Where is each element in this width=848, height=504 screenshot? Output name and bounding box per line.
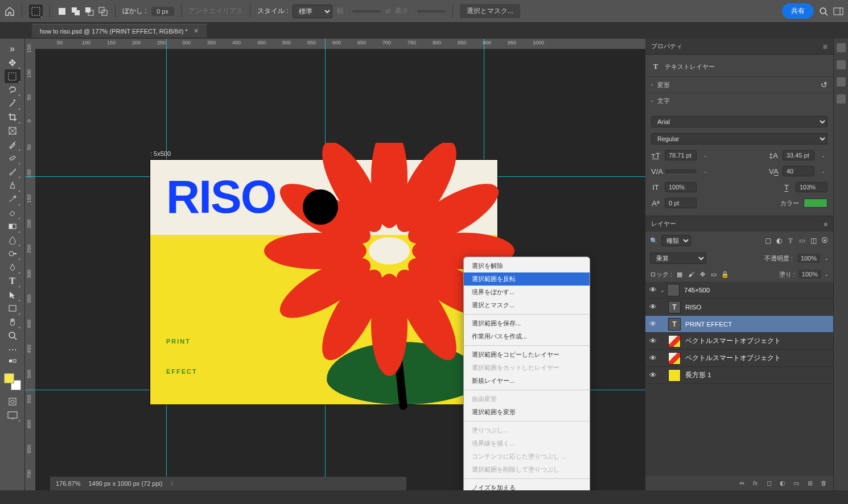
- layer-thumbnail[interactable]: [668, 335, 681, 348]
- filter-image-icon[interactable]: ▢: [764, 237, 772, 245]
- marquee-tool[interactable]: [5, 69, 20, 83]
- delete-layer-icon[interactable]: 🗑: [820, 479, 828, 487]
- select-and-mask-button[interactable]: 選択とマスク...: [460, 4, 520, 18]
- visibility-icon[interactable]: 👁: [645, 354, 660, 362]
- clone-stamp-tool[interactable]: [5, 179, 20, 192]
- context-menu-item[interactable]: 選択範囲をコピーしたレイヤー: [464, 348, 590, 361]
- document-tab[interactable]: how to riso.psd @ 177% (PRINT EFFECT, RG…: [32, 24, 207, 38]
- dodge-tool[interactable]: [5, 247, 20, 261]
- visibility-icon[interactable]: 👁: [645, 286, 660, 294]
- selection-subtract-icon[interactable]: [84, 6, 94, 16]
- filter-adjustment-icon[interactable]: ◐: [775, 237, 783, 245]
- lock-all-icon[interactable]: 🔒: [721, 270, 729, 278]
- feather-value[interactable]: 0 px: [151, 7, 174, 16]
- collapsed-panel-icon[interactable]: [837, 94, 846, 104]
- layer-thumbnail[interactable]: [668, 369, 681, 382]
- context-menu-item[interactable]: 選択を解除: [464, 259, 590, 272]
- artboard-label[interactable]: : 5x500: [150, 150, 171, 157]
- visibility-icon[interactable]: 👁: [645, 337, 660, 345]
- magic-wand-tool[interactable]: [5, 97, 20, 110]
- pen-tool[interactable]: [5, 261, 20, 274]
- layer-thumbnail[interactable]: [668, 352, 681, 365]
- context-menu-item[interactable]: 選択範囲を反転: [464, 272, 590, 286]
- opacity-field[interactable]: 100%: [797, 254, 820, 263]
- kerning-field[interactable]: [665, 170, 697, 173]
- foreground-color-swatch[interactable]: [4, 373, 14, 383]
- search-icon[interactable]: 🔍: [650, 237, 658, 245]
- home-icon[interactable]: [5, 6, 15, 16]
- filter-smart-icon[interactable]: ◫: [809, 237, 817, 245]
- tracking-field[interactable]: 40: [783, 166, 814, 176]
- context-menu-item[interactable]: ノイズを加える: [464, 481, 590, 490]
- layer-row[interactable]: 👁TRISO: [645, 299, 833, 316]
- layer-row[interactable]: 👁長方形 1: [645, 367, 833, 384]
- crop-tool[interactable]: [5, 110, 20, 124]
- selection-new-icon[interactable]: [57, 6, 67, 16]
- marquee-tool-preview[interactable]: [29, 5, 43, 18]
- layer-row[interactable]: 👁TPRINT EFFECT: [645, 316, 833, 333]
- font-family-select[interactable]: Arial: [651, 116, 828, 127]
- properties-panel-tab[interactable]: プロパティ ≡: [645, 39, 833, 55]
- quick-mask-icon[interactable]: [5, 395, 20, 408]
- screen-mode-icon[interactable]: [5, 408, 20, 422]
- layer-name[interactable]: 長方形 1: [685, 371, 711, 379]
- context-menu-item[interactable]: 選択範囲を保存...: [464, 317, 590, 330]
- blend-mode-select[interactable]: 乗算: [650, 253, 706, 264]
- double-arrow-icon[interactable]: »: [5, 42, 20, 56]
- layer-filter-select[interactable]: 種類: [661, 235, 691, 246]
- panel-menu-icon[interactable]: ≡: [824, 221, 828, 228]
- vscale-field[interactable]: 100%: [665, 182, 697, 192]
- context-menu-item[interactable]: 新規レイヤー...: [464, 374, 590, 387]
- hand-tool[interactable]: [5, 315, 20, 329]
- visibility-icon[interactable]: 👁: [645, 303, 660, 311]
- move-tool[interactable]: ✥: [5, 56, 20, 69]
- filter-type-icon[interactable]: T: [787, 237, 795, 245]
- eraser-tool[interactable]: [5, 206, 20, 220]
- layer-row[interactable]: 👁ベクトルスマートオブジェクト: [645, 333, 833, 350]
- layer-thumbnail[interactable]: T: [668, 301, 681, 313]
- context-menu-item[interactable]: 選択範囲を変形: [464, 406, 590, 419]
- share-button[interactable]: 共有: [782, 3, 814, 19]
- status-caret-icon[interactable]: 〉: [171, 480, 176, 488]
- font-size-field[interactable]: 78.71 pt: [665, 150, 697, 160]
- filter-toggle-icon[interactable]: ⦿: [821, 237, 829, 245]
- zoom-tool[interactable]: [5, 329, 20, 342]
- zoom-level[interactable]: 176.87%: [56, 480, 80, 487]
- path-selection-tool[interactable]: [5, 288, 20, 301]
- text-color-swatch[interactable]: [804, 199, 828, 208]
- lock-pixels-icon[interactable]: ▩: [676, 270, 684, 278]
- brush-tool[interactable]: [5, 165, 20, 179]
- layer-name[interactable]: RISO: [685, 304, 701, 311]
- gradient-tool[interactable]: [5, 220, 20, 233]
- color-swatches[interactable]: [4, 373, 21, 390]
- canvas[interactable]: 0501001502002503003504004505005506006507…: [25, 39, 645, 490]
- lock-position-icon[interactable]: ✥: [698, 270, 706, 278]
- layer-name[interactable]: ベクトルスマートオブジェクト: [685, 354, 781, 362]
- filter-shape-icon[interactable]: ▭: [798, 237, 806, 245]
- horizontal-ruler[interactable]: 0501001502002503003504004505005506006507…: [35, 39, 645, 49]
- artboard[interactable]: RISO PRINTEFFECT: [150, 160, 497, 404]
- edit-toolbar-icon[interactable]: [5, 356, 20, 370]
- layer-row[interactable]: 👁ベクトルスマートオブジェクト: [645, 350, 833, 367]
- rectangle-tool[interactable]: [5, 301, 20, 315]
- transform-accordion[interactable]: › 変形 ↺: [645, 76, 833, 93]
- healing-brush-tool[interactable]: [5, 151, 20, 165]
- layer-name[interactable]: PRINT EFFECT: [685, 321, 732, 328]
- layer-fx-icon[interactable]: fx: [751, 479, 759, 487]
- workspace-icon[interactable]: [833, 6, 843, 16]
- lock-artboard-icon[interactable]: ▭: [710, 270, 718, 278]
- context-menu-item[interactable]: 選択とマスク...: [464, 299, 590, 312]
- layers-panel-tab[interactable]: レイヤー ≡: [645, 216, 833, 232]
- selection-intersect-icon[interactable]: [98, 6, 108, 16]
- more-tools[interactable]: ⋯: [5, 342, 20, 356]
- context-menu-item[interactable]: 作業用パスを作成...: [464, 330, 590, 343]
- chevron-down-icon[interactable]: ⌄: [660, 287, 667, 293]
- font-weight-select[interactable]: Regular: [651, 133, 828, 144]
- eyedropper-tool[interactable]: [5, 138, 20, 151]
- new-layer-icon[interactable]: ⊞: [806, 479, 814, 487]
- doc-dimensions[interactable]: 1490 px x 1000 px (72 ppi): [88, 480, 162, 487]
- baseline-field[interactable]: 0 pt: [665, 198, 697, 208]
- collapsed-panel-icon[interactable]: [837, 60, 846, 69]
- search-icon[interactable]: [818, 6, 829, 16]
- fill-field[interactable]: 100%: [798, 270, 821, 279]
